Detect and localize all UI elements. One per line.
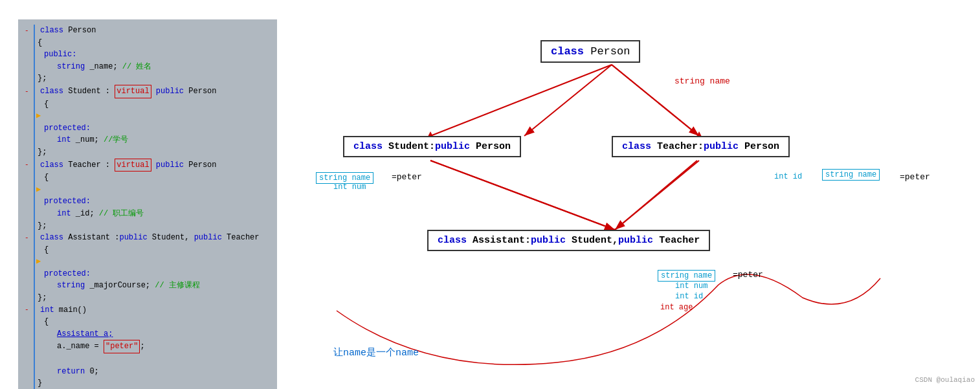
code-line: ▶: [25, 110, 271, 122]
code-line: - class Teacher : virtual public Person: [25, 159, 271, 172]
svg-line-4: [430, 161, 615, 230]
code-line: };: [25, 72, 271, 85]
teacher-eq-label: =peter: [900, 172, 930, 182]
diagram-area: class Person string name class Student:p…: [298, 0, 980, 389]
code-line: ▶: [25, 256, 271, 268]
student-eq-label: =peter: [392, 172, 422, 182]
student-class-box: class Student:public Person: [343, 136, 521, 157]
assistant-name-label: string name: [658, 270, 715, 282]
watermark: CSDN @oulaqiao: [915, 376, 975, 384]
code-line: protected:: [25, 122, 271, 135]
code-line: - class Student : virtual public Person: [25, 85, 271, 98]
person-class-box: class Person: [540, 40, 640, 63]
code-line: a._name = "peter";: [25, 340, 271, 353]
teacher-id-label: int id: [774, 172, 802, 181]
code-line: {: [25, 316, 271, 328]
svg-line-3: [612, 65, 699, 136]
person-attr-label: string name: [674, 76, 730, 86]
student-num-label: int num: [333, 183, 366, 192]
code-line: string _majorCourse; // 主修课程: [25, 280, 271, 292]
code-line: {: [25, 244, 271, 256]
code-line: return 0;: [25, 366, 271, 378]
code-line: ▶: [25, 184, 271, 196]
code-line: int _id; // 职工编号: [25, 208, 271, 220]
code-line: };: [25, 292, 271, 304]
diagram-note: 让name是一个name: [333, 346, 419, 359]
code-line: Assistant a;: [25, 328, 271, 340]
code-line: }: [25, 377, 271, 389]
code-line: - class Person: [25, 25, 271, 37]
code-line: {: [25, 172, 271, 184]
svg-line-2: [430, 65, 612, 136]
code-line: string _name; // 姓名: [25, 61, 271, 73]
code-line: - class Assistant : public Student, publ…: [25, 232, 271, 244]
teacher-class-box: class Teacher:public Person: [612, 136, 790, 157]
code-line: [25, 353, 271, 366]
assistant-age-label: int age: [660, 303, 693, 312]
code-line: protected:: [25, 268, 271, 280]
code-line: {: [25, 98, 271, 111]
code-panel: - class Person { public: string _name; /…: [18, 19, 277, 389]
code-line: public:: [25, 49, 271, 61]
code-line: };: [25, 220, 271, 232]
code-line: int _num; //学号: [25, 134, 271, 146]
code-line: protected:: [25, 195, 271, 208]
code-line: {: [25, 37, 271, 49]
code-line: - int main(): [25, 304, 271, 317]
assistant-class-box: class Assistant:public Student,public Te…: [427, 230, 710, 251]
svg-line-5: [615, 161, 699, 230]
code-line: };: [25, 146, 271, 159]
assistant-num-label: int num: [675, 282, 707, 291]
assistant-id-label: int id: [675, 292, 703, 301]
assistant-eq-label: =peter: [733, 270, 763, 280]
teacher-name-label: string name: [822, 169, 880, 181]
